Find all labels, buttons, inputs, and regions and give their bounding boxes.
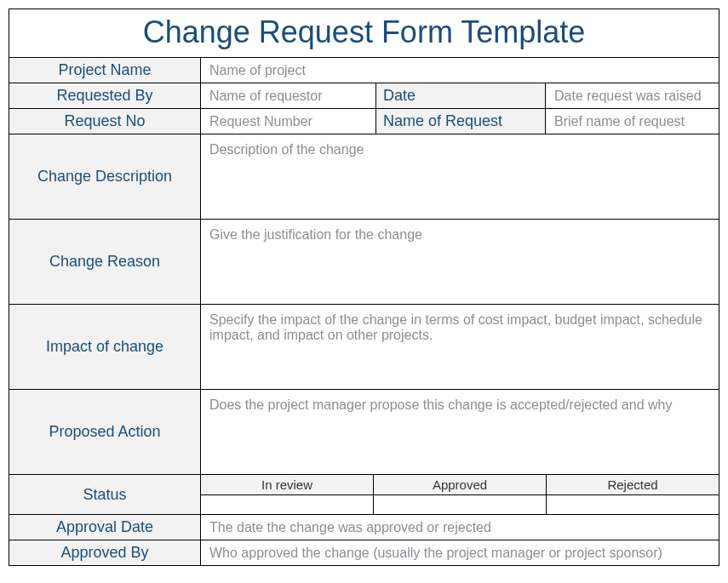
status-header-in-review: In review [201,475,374,494]
cell-status-approved [374,495,547,514]
label-approved-by: Approved By [9,540,201,565]
row-change-reason: Change Reason [9,220,719,305]
label-status: Status [9,475,201,514]
label-impact-of-change: Impact of change [9,305,201,389]
label-requested-by: Requested By [9,83,201,108]
row-approved-by: Approved By [9,540,719,565]
input-name-of-request[interactable] [553,113,712,130]
cell-change-description [201,134,719,219]
label-project-name: Project Name [9,58,201,83]
input-status-rejected[interactable] [547,495,719,514]
label-change-description: Change Description [9,134,201,219]
status-inputs [201,495,719,514]
status-columns: In review Approved Rejected [201,475,719,514]
input-change-description[interactable] [208,139,712,215]
input-change-reason[interactable] [208,224,712,300]
input-approved-by[interactable] [208,545,712,562]
row-proposed-action: Proposed Action [9,390,719,475]
cell-request-no [201,109,375,134]
status-header-rejected: Rejected [547,475,719,494]
cell-status-rejected [547,495,719,514]
row-change-description: Change Description [9,134,719,220]
row-project-name: Project Name [9,58,719,83]
row-requested-by: Requested By Date [9,83,719,109]
cell-impact-of-change [201,305,719,389]
input-requested-by[interactable] [208,88,369,105]
label-name-of-request: Name of Request [375,109,546,134]
cell-requested-by [201,83,375,108]
label-change-reason: Change Reason [9,220,201,304]
cell-proposed-action [201,390,719,474]
cell-approval-date [201,515,719,540]
input-status-in-review[interactable] [201,495,373,514]
input-project-name[interactable] [208,62,712,79]
cell-status-in-review [201,495,374,514]
row-impact-of-change: Impact of change [9,305,719,390]
form-title: Change Request Form Template [9,9,719,58]
status-header-approved: Approved [374,475,547,494]
label-request-no: Request No [9,109,201,134]
input-approval-date[interactable] [208,519,712,536]
label-proposed-action: Proposed Action [9,390,201,474]
row-approval-date: Approval Date [9,515,719,540]
change-request-form: Change Request Form Template Project Nam… [9,9,719,566]
cell-name-of-request [546,109,719,134]
cell-change-reason [201,220,719,304]
cell-approved-by [201,540,719,565]
input-status-approved[interactable] [374,495,546,514]
row-status: Status In review Approved Rejected [9,475,719,515]
label-approval-date: Approval Date [9,515,201,540]
status-headers: In review Approved Rejected [201,475,719,495]
cell-project-name [201,58,719,83]
label-date: Date [375,83,546,108]
row-request-no: Request No Name of Request [9,109,719,134]
input-impact-of-change[interactable] [208,309,712,386]
input-date[interactable] [553,88,712,105]
input-proposed-action[interactable] [208,394,712,471]
input-request-no[interactable] [208,113,369,130]
cell-date [546,83,719,108]
